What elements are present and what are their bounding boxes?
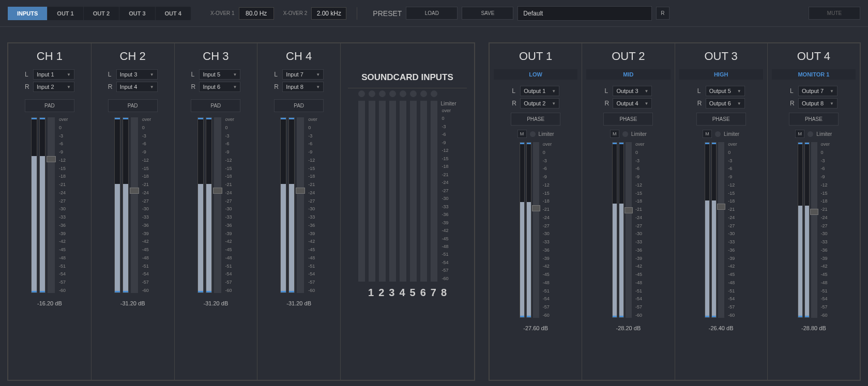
xover-1-input[interactable] xyxy=(239,7,274,20)
r-label: R xyxy=(512,100,517,107)
gain-slider[interactable] xyxy=(48,117,55,293)
input-r-select[interactable]: Input 2▼ xyxy=(33,82,74,92)
input-channel-2: CH 2 L Input 3▼ R Input 4▼ PAD over0-3-6… xyxy=(92,43,175,380)
channel-subtitle[interactable]: HIGH xyxy=(679,69,763,80)
chevron-down-icon: ▼ xyxy=(233,85,237,89)
soundcard-title: SOUNDCARD INPUTS xyxy=(361,72,453,83)
meter-right xyxy=(288,117,295,293)
channel-mute-button[interactable]: M xyxy=(610,130,619,138)
db-readout: -27.60 dB xyxy=(523,325,548,331)
sc-meter-6 xyxy=(410,101,417,282)
input-l-select[interactable]: Input 7▼ xyxy=(282,69,324,80)
gain-slider[interactable] xyxy=(214,117,221,293)
phase-button[interactable]: PHASE xyxy=(789,113,839,126)
output-channel-1: OUT 1 LOW L Output 1▼ R Output 2▼ PHASE … xyxy=(490,43,582,380)
input-l-select[interactable]: Input 5▼ xyxy=(199,69,240,80)
channel-title: OUT 3 xyxy=(704,50,737,63)
meter-right xyxy=(526,142,531,318)
channel-mute-button[interactable]: M xyxy=(795,130,804,138)
preset-name-field[interactable] xyxy=(517,6,652,21)
preset-r-button[interactable]: R xyxy=(656,7,669,20)
gain-slider[interactable] xyxy=(131,117,138,293)
l-label: L xyxy=(697,87,703,95)
gain-slider[interactable] xyxy=(626,142,632,318)
pad-button[interactable]: PAD xyxy=(108,99,158,112)
gain-slider[interactable] xyxy=(811,142,817,318)
input-l-select[interactable]: Input 1▼ xyxy=(33,69,74,80)
db-scale: over0-3-6-9-12-15-18-21-24-27-30-33-36-3… xyxy=(59,117,68,293)
xover-1-group: X-OVER 1 xyxy=(210,7,274,20)
output-r-select[interactable]: Output 8▼ xyxy=(798,98,837,109)
chevron-down-icon: ▼ xyxy=(67,72,71,77)
mute-row: M Limiter xyxy=(517,130,554,138)
soundcard-meters xyxy=(358,101,437,282)
input-l-select[interactable]: Input 3▼ xyxy=(116,69,158,80)
channel-mute-button[interactable]: M xyxy=(703,130,712,138)
output-l-select[interactable]: Output 7▼ xyxy=(798,86,837,96)
save-button[interactable]: SAVE xyxy=(462,7,513,20)
mute-button[interactable]: MUTE xyxy=(809,7,860,20)
output-r-select[interactable]: Output 4▼ xyxy=(613,98,652,109)
chevron-down-icon: ▼ xyxy=(644,101,648,106)
pad-button[interactable]: PAD xyxy=(25,99,74,112)
output-l-select[interactable]: Output 3▼ xyxy=(613,86,652,96)
input-r-select[interactable]: Input 8▼ xyxy=(282,82,324,92)
input-channel-1: CH 1 L Input 1▼ R Input 2▼ PAD over0-3-6… xyxy=(8,43,92,380)
output-r-select[interactable]: Output 2▼ xyxy=(520,98,559,109)
l-label: L xyxy=(191,71,196,78)
output-channel-4: OUT 4 MONITOR 1 L Output 7▼ R Output 8▼ … xyxy=(768,43,860,380)
meter-area: over0-3-6-9-12-15-18-21-24-27-30-33-36-3… xyxy=(798,142,830,318)
meter-left xyxy=(798,142,803,318)
mute-row: M Limiter xyxy=(610,130,647,138)
soundcard-numbers: 12345678 xyxy=(368,287,447,299)
l-label: L xyxy=(108,71,113,78)
db-readout: -28.80 dB xyxy=(801,325,826,331)
sc-meter-8 xyxy=(431,101,437,282)
phase-button[interactable]: PHASE xyxy=(696,113,746,126)
clip-led xyxy=(420,90,427,97)
load-button[interactable]: LOAD xyxy=(406,7,458,20)
meter-left xyxy=(197,117,204,293)
input-r-select[interactable]: Input 6▼ xyxy=(199,82,240,92)
mute-row: M Limiter xyxy=(795,130,832,138)
meter-right xyxy=(619,142,624,318)
topbar: INPUTS OUT 1 OUT 2 OUT 3 OUT 4 X-OVER 1 … xyxy=(0,0,868,27)
input-r-select[interactable]: Input 4▼ xyxy=(116,82,158,92)
db-readout: -28.20 dB xyxy=(616,325,641,331)
channel-subtitle[interactable]: MID xyxy=(586,69,670,80)
gain-slider[interactable] xyxy=(533,142,539,318)
db-scale: over0-3-6-9-12-15-18-21-24-27-30-33-36-3… xyxy=(441,109,456,281)
pad-button[interactable]: PAD xyxy=(274,99,324,112)
channel-subtitle[interactable]: LOW xyxy=(494,69,577,80)
channel-subtitle[interactable]: MONITOR 1 xyxy=(772,69,856,80)
meter-right xyxy=(39,117,45,293)
tab-inputs[interactable]: INPUTS xyxy=(8,7,48,20)
tab-out3[interactable]: OUT 3 xyxy=(119,7,155,20)
output-r-select[interactable]: Output 6▼ xyxy=(706,98,745,109)
output-l-select[interactable]: Output 1▼ xyxy=(520,86,559,96)
channel-mute-button[interactable]: M xyxy=(517,130,527,138)
clip-led xyxy=(369,90,375,97)
xover-2-input[interactable] xyxy=(311,7,346,20)
pad-button[interactable]: PAD xyxy=(191,99,240,112)
limiter-label: Limiter xyxy=(724,131,739,137)
clip-led xyxy=(400,90,406,97)
chevron-down-icon: ▼ xyxy=(150,85,154,89)
gain-slider[interactable] xyxy=(718,142,724,318)
sc-meter-4 xyxy=(389,101,396,282)
l-label: L xyxy=(604,87,610,95)
mute-row: M Limiter xyxy=(703,130,739,138)
phase-button[interactable]: PHASE xyxy=(603,113,653,126)
meter-area: over0-3-6-9-12-15-18-21-24-27-30-33-36-3… xyxy=(31,117,68,293)
db-scale: over0-3-6-9-12-15-18-21-24-27-30-33-36-3… xyxy=(728,142,737,318)
phase-button[interactable]: PHASE xyxy=(511,113,560,126)
db-readout: -31.20 dB xyxy=(286,300,311,306)
tab-out1[interactable]: OUT 1 xyxy=(48,7,83,20)
gain-slider[interactable] xyxy=(297,117,304,293)
limiter-label: Limiter xyxy=(539,131,554,137)
limiter-label: Limiter xyxy=(440,101,456,106)
tab-out2[interactable]: OUT 2 xyxy=(84,7,119,20)
r-label: R xyxy=(274,83,279,90)
output-l-select[interactable]: Output 5▼ xyxy=(706,86,745,96)
tab-out4[interactable]: OUT 4 xyxy=(156,7,191,20)
